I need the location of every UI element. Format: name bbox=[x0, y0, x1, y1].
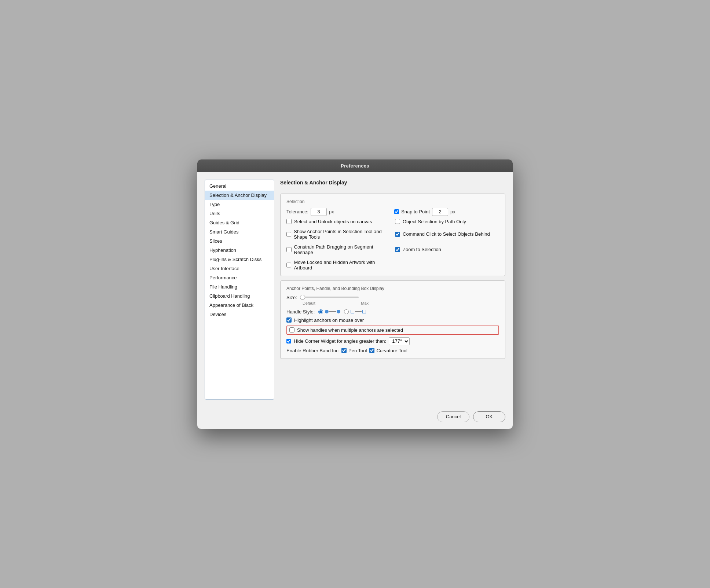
highlight-anchors-checkbox[interactable] bbox=[286, 317, 292, 323]
sidebar-item-type[interactable]: Type bbox=[205, 200, 274, 209]
anchor-panel: Anchor Points, Handle, and Bounding Box … bbox=[280, 280, 505, 359]
sidebar-item-plugins[interactable]: Plug-ins & Scratch Disks bbox=[205, 255, 274, 264]
cancel-button[interactable]: Cancel bbox=[437, 411, 469, 422]
size-slider[interactable] bbox=[300, 297, 359, 298]
corner-angle-select[interactable]: 177° 170° 171° 172° 173° 174° 175° 176° … bbox=[389, 337, 410, 345]
sidebar-item-clipboard[interactable]: Clipboard Handling bbox=[205, 291, 274, 301]
cmd-click-row: Command Click to Select Objects Behind bbox=[395, 229, 499, 240]
anchor-panel-header: Anchor Points, Handle, and Bounding Box … bbox=[286, 286, 499, 291]
pen-tool-label: Pen Tool bbox=[348, 348, 367, 353]
main-content: Selection & Anchor Display Selection Tol… bbox=[280, 180, 505, 400]
snap-to-point-checkbox[interactable] bbox=[394, 209, 399, 214]
sidebar-item-file-handling[interactable]: File Handling bbox=[205, 282, 274, 291]
handle-style-outline-radio[interactable] bbox=[344, 309, 349, 314]
select-unlock-row: Select and Unlock objects on canvas bbox=[286, 219, 391, 224]
curvature-tool-checkbox[interactable] bbox=[369, 348, 374, 353]
slider-labels: Default Max bbox=[303, 301, 369, 305]
selection-panel-header: Selection bbox=[286, 199, 499, 204]
handle-style-label: Handle Style: bbox=[286, 309, 315, 315]
move-locked-label: Move Locked and Hidden Artwork with Artb… bbox=[294, 260, 391, 271]
highlight-anchors-row: Highlight anchors on mouse over bbox=[286, 317, 499, 323]
sidebar: GeneralSelection & Anchor DisplayTypeUni… bbox=[205, 180, 274, 400]
show-anchor-checkbox[interactable] bbox=[286, 232, 291, 237]
cmd-click-label: Command Click to Select Objects Behind bbox=[403, 231, 490, 237]
show-handles-label: Show handles when multiple anchors are s… bbox=[297, 327, 403, 333]
zoom-selection-label: Zoom to Selection bbox=[403, 247, 441, 252]
sidebar-item-general[interactable]: General bbox=[205, 181, 274, 191]
handle-style-outline[interactable] bbox=[344, 309, 366, 314]
handle-style-row: Handle Style: bbox=[286, 309, 499, 315]
obj-selection-label: Object Selection by Path Only bbox=[403, 219, 466, 224]
tolerance-label: Tolerance: bbox=[286, 209, 308, 214]
ok-button[interactable]: OK bbox=[473, 411, 505, 422]
selection-panel: Selection Tolerance: px Snap to Point px bbox=[280, 194, 505, 276]
rubber-band-row: Enable Rubber Band for: Pen Tool Curvatu… bbox=[286, 348, 499, 353]
select-unlock-checkbox[interactable] bbox=[286, 219, 292, 224]
handle-style-filled[interactable] bbox=[318, 309, 340, 314]
snap-to-point-unit: px bbox=[450, 209, 455, 214]
size-label: Size: bbox=[286, 295, 297, 300]
show-handles-highlighted-row: Show handles when multiple anchors are s… bbox=[286, 326, 499, 335]
handle-filled-icon bbox=[325, 310, 340, 313]
handle-square-2 bbox=[362, 310, 366, 313]
preferences-dialog: Preferences GeneralSelection & Anchor Di… bbox=[197, 159, 513, 429]
sidebar-item-units[interactable]: Units bbox=[205, 209, 274, 218]
rubber-band-label: Enable Rubber Band for: bbox=[286, 348, 339, 353]
sidebar-item-appearance-black[interactable]: Appearance of Black bbox=[205, 301, 274, 310]
size-max-label: Max bbox=[361, 301, 369, 305]
obj-selection-row: Object Selection by Path Only bbox=[395, 219, 499, 224]
sidebar-item-smart-guides[interactable]: Smart Guides bbox=[205, 227, 274, 236]
corner-dropdown: 177° 170° 171° 172° 173° 174° 175° 176° … bbox=[389, 337, 410, 345]
sidebar-item-hyphenation[interactable]: Hyphenation bbox=[205, 246, 274, 255]
handle-outline-icon bbox=[351, 310, 366, 313]
curvature-tool-check: Curvature Tool bbox=[369, 348, 407, 353]
sidebar-item-guides-grid[interactable]: Guides & Grid bbox=[205, 218, 274, 227]
tolerance-input[interactable] bbox=[311, 208, 327, 216]
handle-line-2 bbox=[355, 311, 362, 312]
show-handles-checkbox[interactable] bbox=[289, 327, 294, 332]
highlight-anchors-label: Highlight anchors on mouse over bbox=[294, 317, 364, 323]
sidebar-item-devices[interactable]: Devices bbox=[205, 310, 274, 319]
corner-widget-row: Hide Corner Widget for angles greater th… bbox=[286, 337, 499, 345]
show-anchor-label: Show Anchor Points in Selection Tool and… bbox=[294, 229, 391, 240]
cmd-click-checkbox[interactable] bbox=[395, 232, 400, 237]
constrain-path-row: Constrain Path Dragging on Segment Resha… bbox=[286, 244, 391, 255]
dialog-body: GeneralSelection & Anchor DisplayTypeUni… bbox=[197, 172, 513, 407]
dialog-titlebar: Preferences bbox=[197, 159, 513, 172]
snap-to-point-label: Snap to Point bbox=[401, 209, 430, 214]
obj-selection-checkbox[interactable] bbox=[395, 219, 400, 224]
size-default-label: Default bbox=[303, 301, 315, 305]
handle-style-filled-radio[interactable] bbox=[318, 309, 323, 314]
constrain-path-checkbox[interactable] bbox=[286, 247, 292, 252]
sidebar-item-performance[interactable]: Performance bbox=[205, 273, 274, 282]
sidebar-item-slices[interactable]: Slices bbox=[205, 236, 274, 246]
tolerance-unit: px bbox=[329, 209, 334, 214]
section-title: Selection & Anchor Display bbox=[280, 180, 505, 187]
handle-line-1 bbox=[329, 311, 336, 312]
hide-corner-label: Hide Corner Widget for angles greater th… bbox=[294, 338, 386, 344]
dialog-footer: Cancel OK bbox=[197, 407, 513, 429]
show-anchor-row: Show Anchor Points in Selection Tool and… bbox=[286, 229, 391, 240]
size-row: Size: bbox=[286, 295, 499, 300]
move-locked-checkbox[interactable] bbox=[286, 262, 291, 268]
sidebar-item-user-interface[interactable]: User Interface bbox=[205, 264, 274, 273]
zoom-selection-row: Zoom to Selection bbox=[395, 244, 499, 255]
zoom-selection-checkbox[interactable] bbox=[395, 247, 400, 252]
handle-dot bbox=[325, 310, 329, 313]
select-unlock-label: Select and Unlock objects on canvas bbox=[294, 219, 372, 224]
handle-dot-2 bbox=[337, 310, 340, 313]
hide-corner-checkbox[interactable] bbox=[286, 339, 291, 343]
pen-tool-check: Pen Tool bbox=[341, 348, 367, 353]
curvature-tool-label: Curvature Tool bbox=[376, 348, 407, 353]
pen-tool-checkbox[interactable] bbox=[341, 348, 347, 353]
constrain-path-label: Constrain Path Dragging on Segment Resha… bbox=[294, 244, 391, 255]
handle-square bbox=[351, 310, 354, 313]
move-locked-row: Move Locked and Hidden Artwork with Artb… bbox=[286, 260, 391, 271]
dialog-title: Preferences bbox=[341, 163, 369, 169]
sidebar-item-selection-anchor[interactable]: Selection & Anchor Display bbox=[205, 191, 274, 200]
size-container: Size: Default Max bbox=[286, 295, 499, 305]
snap-to-point-input[interactable] bbox=[432, 208, 448, 216]
